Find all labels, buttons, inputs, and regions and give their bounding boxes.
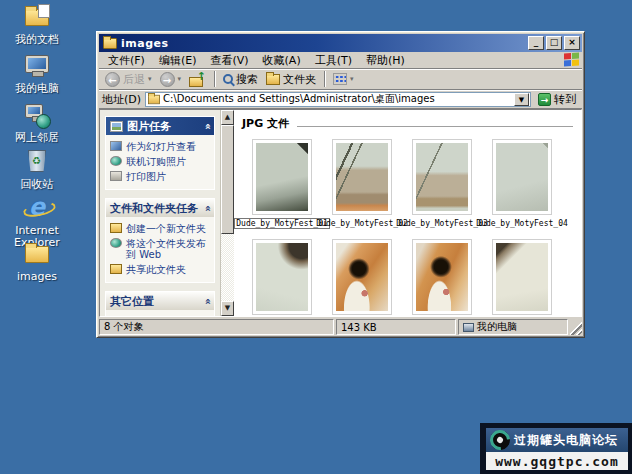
- scroll-track[interactable]: [221, 125, 234, 301]
- up-button[interactable]: ↑: [186, 71, 209, 88]
- folders-button[interactable]: 文件夹: [263, 71, 319, 88]
- views-button[interactable]: ▾: [330, 72, 357, 86]
- file-item[interactable]: Dude_by_MotyFest_07: [402, 239, 482, 316]
- new-folder-icon: [110, 223, 122, 233]
- publish-web-icon: [110, 238, 122, 248]
- toolbar-separator: [324, 71, 325, 87]
- thumbnail-image: [336, 143, 388, 211]
- file-item[interactable]: Dude_by_MotyFest_08: [482, 239, 562, 316]
- menu-file[interactable]: 文件(F): [101, 52, 152, 69]
- address-dropdown-button[interactable]: ▼: [514, 93, 529, 106]
- views-dropdown-icon: ▾: [350, 75, 354, 83]
- file-name: Dude_by_MotyFest_04: [474, 218, 570, 229]
- my-documents-icon: [22, 3, 52, 31]
- thumbnail-frame: [332, 139, 392, 215]
- desktop-icon-label: 我的文档: [4, 34, 70, 46]
- panel-header[interactable]: 其它位置 »: [106, 292, 214, 310]
- back-button[interactable]: ← 后退 ▾: [102, 71, 155, 88]
- network-places-icon: [22, 101, 52, 129]
- status-location: 我的电脑: [458, 319, 568, 335]
- watermark: 过期罐头电脑论坛 www.gqgtpc.com: [480, 423, 632, 474]
- status-bar: 8 个对象 143 KB 我的电脑: [99, 319, 582, 335]
- menu-favorites[interactable]: 收藏(A): [256, 52, 308, 69]
- forum-logo-icon: [486, 426, 514, 454]
- scroll-down-button[interactable]: ▼: [221, 301, 234, 316]
- scroll-up-button[interactable]: ▲: [221, 110, 234, 125]
- panel-file-folder-tasks: 文件和文件夹任务 » 创建一个新文件夹 将这个文件夹发布到 Web 共享此文件夹: [105, 198, 215, 283]
- desktop-icon-images-folder[interactable]: images: [4, 240, 70, 283]
- resize-grip[interactable]: [570, 319, 582, 335]
- scroll-thumb[interactable]: [221, 125, 234, 234]
- file-list-area: JPG 文件 Dude_by_MotyFest_01 Dude_by_MotyF…: [234, 110, 581, 316]
- minimize-button[interactable]: _: [528, 36, 544, 50]
- panel-header[interactable]: 文件和文件夹任务 »: [106, 199, 214, 217]
- desktop-icon-my-computer[interactable]: 我的电脑: [4, 52, 70, 95]
- task-pane-scrollbar[interactable]: ▲ ▼: [220, 110, 234, 316]
- task-publish-web[interactable]: 将这个文件夹发布到 Web: [109, 236, 211, 262]
- thumbnail-image: [256, 143, 308, 211]
- menu-bar: 文件(F) 编辑(E) 查看(V) 收藏(A) 工具(T) 帮助(H): [99, 52, 582, 69]
- explorer-window: images _ □ × 文件(F) 编辑(E) 查看(V) 收藏(A) 工具(…: [96, 31, 585, 338]
- address-folder-icon: [148, 94, 160, 103]
- maximize-button[interactable]: □: [546, 36, 562, 50]
- desktop-icon-my-documents[interactable]: 我的文档: [4, 3, 70, 46]
- back-dropdown-icon[interactable]: ▾: [148, 75, 152, 83]
- panel-header[interactable]: 图片任务 »: [106, 117, 214, 135]
- menu-view[interactable]: 查看(V): [203, 52, 255, 69]
- chevron-up-icon[interactable]: »: [201, 123, 212, 129]
- task-view-slideshow[interactable]: 作为幻灯片查看: [109, 139, 211, 154]
- chevron-up-icon[interactable]: »: [201, 298, 212, 304]
- explorer-body: 图片任务 » 作为幻灯片查看 联机订购照片 打印图片: [99, 109, 582, 317]
- file-item[interactable]: Dude_by_MotyFest_06: [322, 239, 402, 316]
- thumbnail-frame: [332, 239, 392, 315]
- search-button[interactable]: 搜索: [220, 71, 261, 88]
- thumbnail-frame: [412, 139, 472, 215]
- go-button[interactable]: → 转到: [535, 92, 579, 107]
- forward-dropdown-icon[interactable]: ▾: [178, 75, 182, 83]
- toolbar-separator: [214, 71, 215, 87]
- file-item[interactable]: Dude_by_MotyFest_04: [482, 139, 562, 229]
- task-pane: 图片任务 » 作为幻灯片查看 联机订购照片 打印图片: [100, 110, 220, 316]
- desktop-icon-label: 回收站: [4, 179, 70, 191]
- file-item[interactable]: Dude_by_MotyFest_05: [242, 239, 322, 316]
- title-bar[interactable]: images _ □ ×: [99, 34, 582, 52]
- thumbnail-grid: Dude_by_MotyFest_01 Dude_by_MotyFest_02 …: [242, 139, 573, 316]
- task-print-pictures[interactable]: 打印图片: [109, 169, 211, 184]
- internet-explorer-icon: e: [22, 194, 52, 222]
- file-item[interactable]: Dude_by_MotyFest_02: [322, 139, 402, 229]
- file-item[interactable]: Dude_by_MotyFest_01: [242, 139, 322, 229]
- watermark-title: 过期罐头电脑论坛: [514, 432, 618, 449]
- group-title: JPG 文件: [242, 116, 289, 131]
- print-icon: [110, 171, 122, 181]
- menu-help[interactable]: 帮助(H): [359, 52, 412, 69]
- my-computer-icon: [22, 52, 52, 80]
- search-icon: [223, 74, 233, 84]
- task-order-prints[interactable]: 联机订购照片: [109, 154, 211, 169]
- place-desktop[interactable]: 桌面: [109, 314, 211, 316]
- thumbnail-frame: [412, 239, 472, 315]
- task-share-folder[interactable]: 共享此文件夹: [109, 262, 211, 277]
- task-new-folder[interactable]: 创建一个新文件夹: [109, 221, 211, 236]
- up-folder-icon: ↑: [189, 72, 206, 87]
- menu-tools[interactable]: 工具(T): [308, 52, 359, 69]
- close-button[interactable]: ×: [564, 36, 580, 50]
- forward-button[interactable]: → ▾: [157, 71, 185, 88]
- windows-logo-icon: [564, 52, 580, 67]
- status-size: 143 KB: [336, 319, 456, 335]
- thumbnail-frame: [252, 139, 312, 215]
- menu-edit[interactable]: 编辑(E): [152, 52, 204, 69]
- address-label: 地址(D): [102, 92, 141, 107]
- address-input[interactable]: C:\Documents and Settings\Administrator\…: [145, 92, 531, 107]
- desktop-icon-recycle-bin[interactable]: 回收站: [4, 148, 70, 191]
- panel-picture-tasks: 图片任务 » 作为幻灯片查看 联机订购照片 打印图片: [105, 116, 215, 190]
- go-arrow-icon: →: [538, 93, 551, 106]
- desktop-icon-network-places[interactable]: 网上邻居: [4, 101, 70, 144]
- thumbnail-image: [256, 243, 308, 311]
- panel-other-places: 其它位置 » 桌面 图片收藏 我的电脑: [105, 291, 215, 316]
- chevron-up-icon[interactable]: »: [201, 205, 212, 211]
- watermark-url: www.gqgtpc.com: [486, 452, 628, 470]
- toolbar: ← 后退 ▾ → ▾ ↑ 搜索 文件夹 ▾: [99, 69, 582, 90]
- slideshow-icon: [110, 141, 122, 151]
- folder-icon: [22, 240, 52, 268]
- file-item[interactable]: Dude_by_MotyFest_03: [402, 139, 482, 229]
